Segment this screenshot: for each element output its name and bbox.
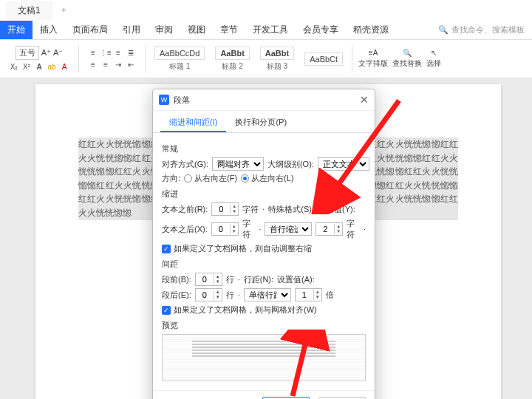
- space-before-label: 段前(B):: [162, 274, 191, 285]
- subscript-icon[interactable]: X₂: [9, 61, 19, 72]
- menu-resource[interactable]: 稻壳资源: [346, 21, 396, 39]
- unit-line2: 行: [226, 290, 234, 301]
- search-icon: 🔍: [438, 25, 449, 35]
- menu-insert[interactable]: 插入: [33, 21, 65, 39]
- radio-rtl[interactable]: 从右向左(F): [184, 173, 237, 184]
- menu-member[interactable]: 会员专享: [296, 21, 346, 39]
- menu-review[interactable]: 审阅: [148, 21, 180, 39]
- set-value-spin[interactable]: ▲▼: [295, 288, 322, 301]
- search-placeholder: 查找命令、搜索模板: [451, 24, 525, 35]
- text-before-label: 文本之前(R):: [162, 204, 208, 215]
- align-center-icon[interactable]: ≣: [126, 48, 136, 58]
- align-label: 对齐方式(G):: [162, 159, 208, 170]
- menu-bar: 开始 插入 页面布局 引用 审阅 视图 章节 开发工具 会员专享 稻壳资源 🔍 …: [0, 21, 532, 40]
- style-h2[interactable]: AaBbt: [260, 47, 294, 60]
- close-button[interactable]: ✕: [360, 94, 369, 106]
- special-label: 特殊格式(S):: [268, 204, 314, 215]
- ribbon: 五号 A⁺ A⁻ X₂ X² A ab A ≡ ⋮≡ ≡ ≣ ≡ ≡ ⇥ ⇤ A…: [0, 40, 532, 78]
- section-general: 常规: [162, 143, 366, 154]
- text-after-spin[interactable]: ▲▼: [211, 222, 239, 236]
- unit-bei: 倍: [326, 290, 334, 301]
- numbering-icon[interactable]: ⋮≡: [100, 48, 111, 58]
- highlight-icon[interactable]: ab: [47, 61, 57, 72]
- menu-view[interactable]: 视图: [180, 21, 213, 39]
- space-after-label: 段后(E):: [162, 290, 191, 301]
- align-left-icon[interactable]: ≡: [113, 48, 123, 58]
- dialog-title: 段落: [174, 95, 190, 106]
- new-tab-button[interactable]: +: [61, 5, 66, 16]
- font-size-select[interactable]: 五号: [16, 46, 39, 60]
- outline-select[interactable]: 正文文本: [318, 157, 369, 171]
- radio-ltr[interactable]: 从左向右(L): [241, 173, 293, 184]
- tab-line-page-break[interactable]: 换行和分页(P): [226, 114, 296, 132]
- special-select[interactable]: 首行缩进: [265, 222, 312, 236]
- decrease-font-icon[interactable]: A⁻: [53, 48, 63, 58]
- unit-char2: 字符: [242, 218, 256, 240]
- document-tab[interactable]: 文稿1: [6, 1, 52, 20]
- app-icon: W: [159, 95, 169, 105]
- space-after-spin[interactable]: ▲▼: [195, 288, 222, 301]
- increase-font-icon[interactable]: A⁺: [41, 48, 51, 58]
- menu-chapter[interactable]: 章节: [213, 21, 245, 39]
- title-bar: 文稿1 +: [0, 0, 532, 21]
- outline-label: 大纲级别(O):: [267, 159, 314, 170]
- align-select[interactable]: 两端对齐: [212, 157, 264, 171]
- select-tool[interactable]: ↖选择: [426, 49, 441, 69]
- search-icon: 🔍: [392, 49, 422, 57]
- align-icon[interactable]: ≡: [88, 60, 98, 70]
- text-after-label: 文本之后(X):: [162, 224, 208, 235]
- paragraph-dialog: W 段落 ✕ 缩进和间距(I) 换行和分页(P) 常规 对齐方式(G): 两端对…: [152, 89, 375, 399]
- section-spacing: 间距: [162, 259, 366, 270]
- search-box[interactable]: 🔍 查找命令、搜索模板: [438, 24, 525, 35]
- checkbox-snap-grid[interactable]: ✓如果定义了文档网格，则与网格对齐(W): [162, 304, 366, 316]
- section-indent: 缩进: [162, 188, 366, 200]
- section-preview: 预览: [162, 320, 366, 331]
- space-before-spin[interactable]: ▲▼: [195, 273, 222, 286]
- font-color-icon[interactable]: A: [59, 61, 69, 72]
- line-spacing-label: 行距(N):: [244, 274, 273, 285]
- indent-icon[interactable]: ⇥: [113, 60, 123, 70]
- cursor-icon: ↖: [426, 49, 441, 57]
- menu-ref[interactable]: 引用: [115, 21, 148, 39]
- direction-label: 方向:: [162, 173, 180, 184]
- line-spacing-select[interactable]: 单倍行距: [244, 288, 291, 301]
- text-before-spin[interactable]: ▲▼: [211, 202, 239, 216]
- menu-dev[interactable]: 开发工具: [245, 21, 296, 39]
- unit-char: 字符: [242, 204, 259, 215]
- find-replace-tool[interactable]: 🔍查找替换: [392, 49, 422, 69]
- measure-spin[interactable]: ▲▼: [316, 222, 343, 236]
- unit-line: 行: [226, 274, 234, 285]
- tab-indent-spacing[interactable]: 缩进和间距(I): [160, 114, 226, 132]
- textwrap-icon: ≡A: [358, 49, 388, 57]
- bold-icon[interactable]: A: [34, 61, 44, 72]
- style-normal[interactable]: AaBbCcDd: [154, 47, 205, 60]
- style-h3[interactable]: AaBbCt: [304, 52, 343, 66]
- style-h1[interactable]: AaBbt: [215, 47, 249, 60]
- superscript-icon[interactable]: X²: [21, 61, 32, 72]
- bullets-icon[interactable]: ≡: [88, 48, 98, 58]
- align2-icon[interactable]: ≡: [100, 60, 111, 70]
- preview-box: [162, 334, 366, 381]
- text-wrap-tool[interactable]: ≡A文字排版: [358, 49, 388, 69]
- outdent-icon[interactable]: ⇤: [126, 60, 136, 70]
- menu-start[interactable]: 开始: [0, 21, 33, 39]
- set-value-label: 设置值(A):: [277, 274, 315, 285]
- menu-layout[interactable]: 页面布局: [65, 21, 115, 39]
- unit-char3: 字符: [347, 218, 360, 240]
- measure-label: 度量值(Y):: [318, 204, 355, 215]
- checkbox-auto-indent[interactable]: ✓如果定义了文档网格，则自动调整右缩: [162, 243, 366, 254]
